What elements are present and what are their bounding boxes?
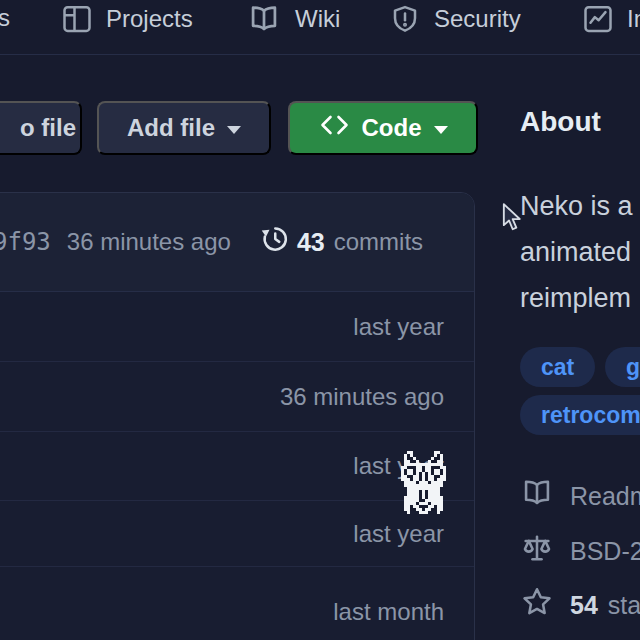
tab-label: In bbox=[627, 5, 640, 33]
go-to-file-button[interactable]: o file bbox=[0, 101, 82, 155]
github-repo-page: s Projects Wiki bbox=[0, 0, 640, 640]
book-icon bbox=[247, 4, 281, 34]
file-row-updated: last year bbox=[353, 520, 444, 548]
topic-tag-go[interactable]: go bbox=[605, 347, 640, 387]
code-chevrons-icon bbox=[319, 114, 350, 142]
about-heading: About bbox=[520, 106, 601, 138]
tab-label: Security bbox=[434, 5, 521, 33]
code-label: Code bbox=[362, 114, 422, 142]
file-row-updated: 36 minutes ago bbox=[280, 383, 444, 411]
chevron-down-icon bbox=[227, 126, 241, 134]
shield-exclamation-icon bbox=[390, 4, 420, 34]
about-description: Neko is a animated reimplem bbox=[520, 183, 633, 321]
stars-count: 54 bbox=[570, 591, 598, 620]
tab-projects[interactable]: Projects bbox=[62, 1, 193, 37]
chevron-down-icon bbox=[434, 126, 448, 134]
file-row[interactable]: last month bbox=[0, 566, 474, 640]
about-description-line: animated bbox=[520, 229, 633, 275]
license-link[interactable]: BSD-2 bbox=[520, 531, 640, 571]
mouse-cursor-icon bbox=[501, 203, 523, 235]
book-icon bbox=[520, 478, 554, 514]
commit-hash[interactable]: 9f93 bbox=[0, 228, 51, 256]
about-description-line: Neko is a bbox=[520, 183, 633, 229]
star-icon bbox=[520, 585, 554, 625]
table-icon bbox=[62, 4, 92, 34]
tab-security[interactable]: Security bbox=[390, 1, 521, 37]
readme-link[interactable]: Readm bbox=[520, 478, 640, 514]
commit-history-link[interactable]: 43 commits bbox=[259, 224, 423, 260]
about-description-line: reimplem bbox=[520, 275, 633, 321]
law-icon bbox=[520, 531, 554, 571]
add-file-label: Add file bbox=[127, 114, 215, 142]
file-row[interactable]: 36 minutes ago bbox=[0, 361, 474, 431]
latest-commit-bar[interactable]: 9f93 36 minutes ago 43 commits bbox=[0, 193, 474, 292]
topic-tag-cat[interactable]: cat bbox=[520, 347, 595, 387]
file-row-updated: last year bbox=[353, 313, 444, 341]
add-file-button[interactable]: Add file bbox=[97, 101, 271, 155]
file-row[interactable]: last year bbox=[0, 292, 474, 361]
history-icon bbox=[259, 224, 289, 260]
file-row-updated: last month bbox=[333, 598, 444, 626]
tab-label: Projects bbox=[106, 5, 193, 33]
tab-label: Wiki bbox=[295, 5, 340, 33]
license-label: BSD-2 bbox=[570, 537, 640, 566]
code-button[interactable]: Code bbox=[288, 101, 478, 155]
nav-overflow-fragment[interactable]: s bbox=[0, 4, 10, 32]
neko-cat-sprite bbox=[401, 451, 446, 514]
go-to-file-label: o file bbox=[20, 114, 76, 142]
stars-label: sta bbox=[608, 591, 640, 620]
topic-tag-retrocomputing[interactable]: retrocomp bbox=[520, 395, 640, 435]
commit-count: 43 bbox=[297, 228, 325, 257]
tab-insights[interactable]: In bbox=[583, 1, 640, 37]
repo-tab-bar: s Projects Wiki bbox=[0, 0, 640, 55]
commit-time: 36 minutes ago bbox=[67, 228, 231, 256]
readme-label: Readm bbox=[570, 482, 640, 511]
commit-count-label: commits bbox=[334, 228, 423, 256]
graph-icon bbox=[583, 4, 613, 34]
tab-wiki[interactable]: Wiki bbox=[247, 1, 340, 37]
file-table: 9f93 36 minutes ago 43 commits last year… bbox=[0, 192, 475, 640]
stars-link[interactable]: 54 sta bbox=[520, 585, 640, 625]
